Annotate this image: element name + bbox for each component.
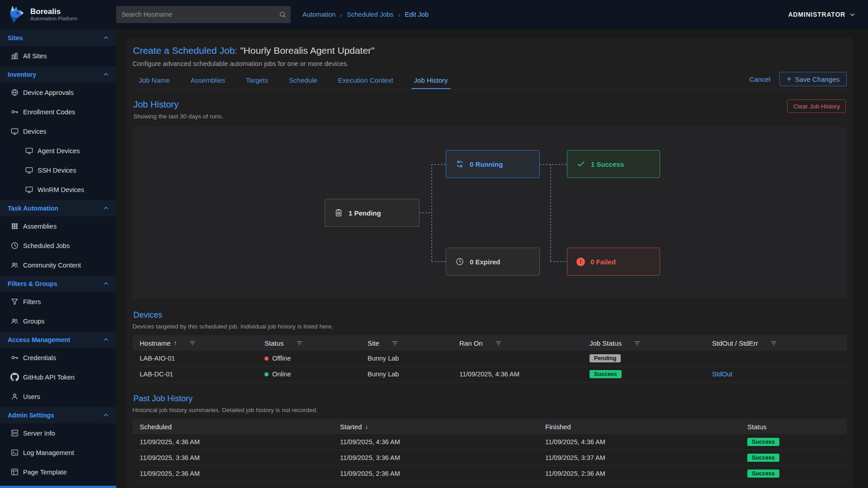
- sidebar-section-admin-settings[interactable]: Admin Settings: [0, 406, 116, 423]
- device-row: LAB-AIO-01 Offline Bunny Lab Pending: [132, 351, 847, 366]
- offline-dot-icon: [264, 357, 269, 361]
- sidebar-item-enrollment-codes[interactable]: Enrollment Codes: [0, 102, 116, 122]
- flow-node-pending[interactable]: 1 Pending: [325, 199, 420, 227]
- people-icon: [10, 261, 19, 269]
- page-title-job-name: "Hourly Borealis Agent Updater": [240, 45, 374, 56]
- sidebar-section-task-automation[interactable]: Task Automation: [0, 199, 116, 216]
- flow-node-label: 0 Expired: [470, 258, 500, 266]
- sort-asc-icon[interactable]: ↑: [174, 339, 177, 347]
- sidebar-item-groups[interactable]: Groups: [0, 311, 116, 331]
- sidebar-item-ssh-devices[interactable]: SSH Devices: [0, 160, 116, 180]
- sidebar-section-sites[interactable]: Sites: [0, 29, 116, 46]
- error-icon: !: [576, 258, 585, 266]
- sidebar-item-community-content[interactable]: Community Content: [0, 255, 116, 275]
- filter-list-icon[interactable]: [495, 339, 502, 347]
- server-icon: [10, 429, 19, 437]
- flow-node-expired[interactable]: 0 Expired: [446, 248, 540, 276]
- hostname-cell: LAB-AIO-01: [132, 355, 257, 362]
- brand-title: Borealis: [30, 7, 77, 16]
- sidebar-item-agent-devices[interactable]: Agent Devices: [0, 141, 116, 160]
- filter-list-icon[interactable]: [296, 339, 303, 347]
- column-status[interactable]: Status: [740, 423, 847, 431]
- sort-desc-icon[interactable]: ↓: [365, 423, 368, 430]
- item-label: Filters: [23, 298, 41, 305]
- stdout-link[interactable]: StdOut: [712, 371, 732, 378]
- save-changes-button[interactable]: + Save Changes: [779, 72, 847, 86]
- scheduled-cell: 11/09/2025, 4:36 AM: [132, 438, 333, 446]
- section-label: Access Management: [8, 336, 71, 343]
- column-stdout-stderr[interactable]: StdOut / StdErr: [705, 339, 847, 347]
- tab-execution-context[interactable]: Execution Context: [335, 72, 396, 89]
- item-label: All Sites: [23, 52, 47, 60]
- sidebar-item-users[interactable]: Users: [0, 387, 116, 406]
- tabs: Job Name Assemblies Targets Schedule Exe…: [132, 72, 451, 89]
- job-history-description: Showing the last 30 days of runs.: [133, 113, 223, 120]
- person-icon: [10, 392, 19, 401]
- user-menu[interactable]: ADMINISTRATOR: [788, 11, 856, 19]
- sidebar-item-github-api-token[interactable]: GitHub API Token: [0, 367, 116, 387]
- sidebar-item-all-sites[interactable]: All Sites: [0, 46, 116, 66]
- flow-node-running[interactable]: 0 Running: [446, 150, 540, 178]
- tab-schedule[interactable]: Schedule: [286, 72, 320, 89]
- finished-cell: 11/09/2025, 3:37 AM: [538, 454, 740, 461]
- column-scheduled[interactable]: Scheduled: [132, 423, 333, 431]
- section-label: Inventory: [8, 71, 36, 78]
- tab-job-name[interactable]: Job Name: [136, 72, 172, 89]
- search-input[interactable]: [116, 6, 291, 23]
- key-icon: [10, 353, 19, 362]
- sidebar-item-devices[interactable]: Devices: [0, 122, 116, 141]
- item-label: Page Template: [23, 469, 66, 476]
- column-status[interactable]: Status: [257, 339, 360, 347]
- flow-node-success[interactable]: 1 Success: [567, 150, 660, 178]
- globe-icon: [10, 88, 19, 97]
- item-label: WinRM Devices: [38, 186, 84, 193]
- filter-list-icon[interactable]: [189, 339, 196, 347]
- clear-job-history-button[interactable]: Clear Job History: [787, 99, 846, 113]
- sidebar-item-log-management[interactable]: Log Management: [0, 443, 116, 462]
- clock-icon: [10, 241, 19, 250]
- hostname-search: [116, 6, 291, 23]
- page-title: Create a Scheduled Job:"Hourly Borealis …: [132, 45, 847, 56]
- device-row: LAB-DC-01 Online Bunny Lab 11/09/2025, 4…: [132, 366, 847, 382]
- breadcrumb-edit-job[interactable]: Edit Job: [405, 11, 429, 18]
- section-label: Sites: [8, 34, 23, 42]
- job-history-heading: Job History: [133, 99, 223, 110]
- brand-subtitle: Automation Platform: [30, 16, 77, 22]
- column-ran-on[interactable]: Ran On: [452, 339, 582, 347]
- breadcrumb-automation[interactable]: Automation: [302, 11, 335, 18]
- tab-assemblies[interactable]: Assemblies: [188, 72, 228, 89]
- sidebar-item-page-template[interactable]: Page Template: [0, 462, 116, 482]
- column-started[interactable]: Started ↓: [333, 423, 538, 431]
- column-finished[interactable]: Finished: [538, 423, 740, 431]
- sidebar-item-scheduled-jobs[interactable]: Scheduled Jobs: [0, 236, 116, 255]
- sidebar-item-credentials[interactable]: Credentials: [0, 348, 116, 367]
- sidebar-section-filters-groups[interactable]: Filters & Groups: [0, 275, 116, 292]
- devices-description: Devices targeted by this scheduled job. …: [132, 323, 847, 330]
- chevron-separator-icon: ›: [398, 11, 401, 19]
- sidebar-section-inventory[interactable]: Inventory: [0, 66, 116, 83]
- filter-list-icon[interactable]: [391, 339, 399, 347]
- cancel-button[interactable]: Cancel: [749, 75, 770, 83]
- sidebar-item-filters[interactable]: Filters: [0, 292, 116, 311]
- sidebar-section-access-management[interactable]: Access Management: [0, 331, 116, 348]
- status-cell: Online: [257, 371, 360, 378]
- sidebar-item-winrm-devices[interactable]: WinRM Devices: [0, 180, 116, 199]
- sidebar-item-device-approvals[interactable]: Device Approvals: [0, 83, 116, 102]
- people-icon: [10, 317, 19, 325]
- past-job-row: 11/09/2025, 4:36 AM 11/09/2025, 4:36 AM …: [132, 434, 847, 450]
- filter-list-icon[interactable]: [770, 339, 778, 347]
- item-label: Community Content: [23, 262, 81, 269]
- column-hostname[interactable]: Hostname ↑: [132, 339, 257, 347]
- column-job-status[interactable]: Job Status: [582, 339, 705, 347]
- column-site[interactable]: Site: [360, 339, 452, 347]
- filter-list-icon[interactable]: [633, 339, 641, 347]
- devices-table-header: Hostname ↑ Status Site Ran On: [132, 335, 847, 351]
- past-job-row: 11/09/2025, 2:36 AM 11/09/2025, 2:36 AM …: [132, 466, 847, 482]
- sidebar-item-assemblies[interactable]: Assemblies: [0, 216, 116, 236]
- sidebar-item-server-info[interactable]: Server Info: [0, 423, 116, 443]
- breadcrumb-scheduled-jobs[interactable]: Scheduled Jobs: [347, 11, 393, 18]
- flow-node-failed[interactable]: ! 0 Failed: [567, 248, 660, 276]
- devices-heading: Devices: [132, 310, 847, 320]
- tab-job-history[interactable]: Job History: [411, 72, 451, 89]
- tab-targets[interactable]: Targets: [243, 72, 271, 89]
